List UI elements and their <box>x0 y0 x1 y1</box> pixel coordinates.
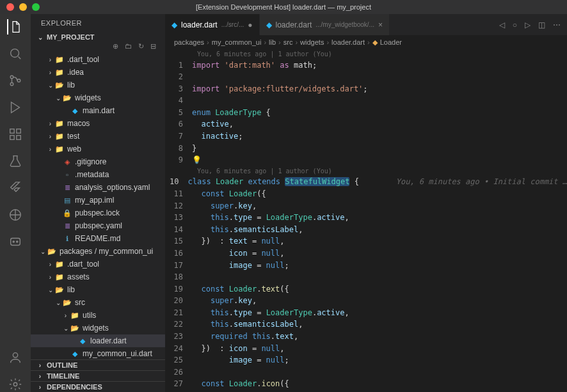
more-actions-icon[interactable]: ⋯ <box>553 20 561 29</box>
folder-row[interactable]: ⌄📂src <box>31 296 165 309</box>
folder-row[interactable]: ⌄📂widgets <box>31 91 165 104</box>
file-row[interactable]: ◆my_common_ui.dart <box>31 347 165 359</box>
file-row[interactable]: ▤my_app.iml <box>31 194 165 207</box>
breadcrumb-item[interactable]: lib <box>269 38 276 46</box>
code-line[interactable]: 4 <box>165 95 567 107</box>
code-line[interactable]: 26 <box>165 366 567 379</box>
remote-icon[interactable] <box>8 207 23 223</box>
breadcrumb-item[interactable]: loader.dart <box>331 38 365 46</box>
breadcrumb-item[interactable]: src <box>284 38 293 46</box>
folder-row[interactable]: ›📁utils <box>31 309 165 322</box>
file-row[interactable]: ▫.metadata <box>31 168 165 181</box>
run-icon[interactable]: ▷ <box>525 20 531 29</box>
breadcrumb-item[interactable]: my_common_ui <box>212 38 262 46</box>
breadcrumb-item[interactable]: Loader <box>380 38 402 46</box>
close-tab-icon[interactable]: × <box>378 20 383 29</box>
code-line[interactable]: 25 image = null; <box>165 354 567 366</box>
code-line[interactable]: 1import 'dart:math' as math; <box>165 59 567 72</box>
split-editor-icon[interactable]: ◫ <box>538 20 545 29</box>
folder-row[interactable]: ›📁.dart_tool <box>31 258 165 270</box>
new-folder-icon[interactable]: 🗀 <box>125 42 132 51</box>
extensions-icon[interactable] <box>8 127 23 142</box>
nav-fwd-icon[interactable]: ○ <box>513 20 517 29</box>
file-row[interactable]: 🔒pubspec.lock <box>31 207 165 219</box>
explorer-icon[interactable] <box>7 19 22 35</box>
folder-row[interactable]: ›📁.dart_tool <box>31 53 165 66</box>
nav-back-icon[interactable]: ◁ <box>499 20 505 29</box>
code-line[interactable]: 9💡 <box>165 154 567 166</box>
outline-section[interactable]: ›OUTLINE <box>31 359 165 370</box>
breadcrumb-item[interactable]: packages <box>174 38 204 46</box>
window-controls[interactable] <box>0 3 40 11</box>
code-line[interactable]: 10class Loader extends StatefulWidget { … <box>165 176 567 188</box>
code-line[interactable]: 24 }) : icon = null, <box>165 343 567 355</box>
file-label: main.dart <box>83 106 115 115</box>
timeline-section[interactable]: ›TIMELINE <box>31 370 165 381</box>
folder-row[interactable]: ⌄📂packages / my_common_ui <box>31 245 165 258</box>
folder-icon: 📂 <box>54 81 65 90</box>
code-line[interactable]: 21 this.type = LoaderType.active, <box>165 307 567 319</box>
code-line[interactable]: 23 required this.text, <box>165 331 567 343</box>
close-window-icon[interactable] <box>6 3 14 11</box>
folder-row[interactable]: ›📁test <box>31 130 165 143</box>
code-line[interactable]: 27 const Loader.icon({ <box>165 378 567 390</box>
breadcrumb-item[interactable]: widgets <box>300 38 324 46</box>
project-root[interactable]: ⌄MY_PROJECT <box>31 32 165 42</box>
codelens[interactable]: You, 6 minutes ago | 1 author (You) <box>165 166 567 176</box>
refresh-icon[interactable]: ↻ <box>138 42 144 51</box>
code-line[interactable]: 15 }) : text = null, <box>165 235 567 247</box>
settings-gear-icon[interactable] <box>8 377 23 392</box>
code-line[interactable]: 7 inactive; <box>165 130 567 143</box>
code-editor[interactable]: You, 6 minutes ago | 1 author (You)1impo… <box>165 49 567 392</box>
file-row[interactable]: ≣pubspec.yaml <box>31 219 165 232</box>
file-row[interactable]: ◆main.dart <box>31 104 165 117</box>
code-line[interactable]: 11 const Loader({ <box>165 188 567 200</box>
code-line[interactable]: 6 active, <box>165 118 567 130</box>
run-debug-icon[interactable] <box>8 100 23 115</box>
codelens[interactable]: You, 6 minutes ago | 1 author (You) <box>165 49 567 59</box>
file-row[interactable]: ≣analysis_options.yaml <box>31 181 165 194</box>
code-line[interactable]: 22 this.semanticsLabel, <box>165 318 567 331</box>
code-line[interactable]: 14 this.semanticsLabel, <box>165 224 567 236</box>
breadcrumbs[interactable]: packages›my_common_ui›lib›src›widgets›lo… <box>165 35 567 49</box>
source-control-icon[interactable] <box>8 73 23 88</box>
code-line[interactable]: 18 <box>165 271 567 283</box>
code-line[interactable]: 17 image = null; <box>165 260 567 272</box>
editor-tab[interactable]: ◆loader.dart.../src/...● <box>165 14 260 35</box>
file-label: .idea <box>67 68 84 77</box>
code-line[interactable]: 8} <box>165 143 567 155</box>
folder-row[interactable]: ⌄📂lib <box>31 283 165 296</box>
copilot-icon[interactable] <box>8 234 23 249</box>
code-line[interactable]: 16 icon = null, <box>165 247 567 260</box>
modified-dot-icon[interactable]: ● <box>248 20 252 29</box>
dependencies-section[interactable]: ›DEPENDENCIES <box>31 381 165 392</box>
code-line[interactable]: 2 <box>165 71 567 83</box>
testing-icon[interactable] <box>8 153 23 169</box>
code-line[interactable]: 12 super.key, <box>165 200 567 212</box>
folder-row[interactable]: ›📁assets <box>31 270 165 283</box>
code-line[interactable]: 5enum LoaderType { <box>165 107 567 119</box>
editor-tab[interactable]: ◆loader.dart.../my_widgetbook/...× <box>260 14 390 35</box>
folder-row[interactable]: ⌄📂widgets <box>31 322 165 334</box>
minimize-window-icon[interactable] <box>19 3 27 11</box>
code-line[interactable]: 19 const Loader.text({ <box>165 283 567 295</box>
new-file-icon[interactable]: ⊕ <box>113 42 118 51</box>
code-line[interactable]: 20 super.key, <box>165 295 567 307</box>
folder-row[interactable]: ›📁web <box>31 143 165 155</box>
folder-row[interactable]: ›📁.idea <box>31 66 165 79</box>
code-line[interactable]: 13 this.type = LoaderType.active, <box>165 212 567 224</box>
folder-row[interactable]: ›📁macos <box>31 117 165 130</box>
maximize-window-icon[interactable] <box>32 3 40 11</box>
file-row[interactable]: ℹREADME.md <box>31 232 165 245</box>
line-number: 8 <box>165 143 192 155</box>
code-line[interactable]: 3import 'package:flutter/widgets.dart'; <box>165 83 567 95</box>
search-icon[interactable] <box>8 46 23 61</box>
file-row[interactable]: ◈.gitignore <box>31 155 165 168</box>
file-row[interactable]: ◆loader.dart <box>31 334 165 347</box>
accounts-icon[interactable] <box>8 350 23 365</box>
flutter-icon[interactable] <box>8 180 23 196</box>
folder-row[interactable]: ⌄📂lib <box>31 79 165 91</box>
git-icon: ◈ <box>62 158 72 166</box>
collapse-icon[interactable]: ⊟ <box>150 42 156 51</box>
file-label: src <box>75 298 85 307</box>
